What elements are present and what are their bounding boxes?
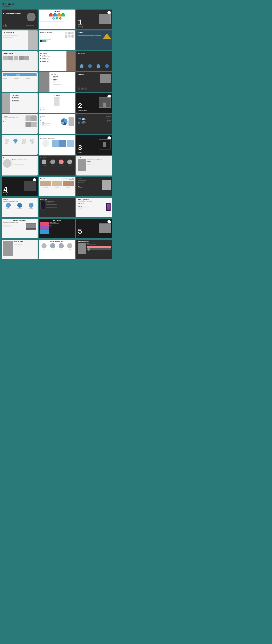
slide13-desc2: Description Here <box>12 100 28 102</box>
slide9-title: What We Do <box>78 53 85 54</box>
slide3-img <box>98 14 111 24</box>
slide-our-mission-2[interactable]: Our Mission Text Here Text Here Text Her… <box>39 93 75 113</box>
slide-problem-1[interactable]: Problem Almost before we knew it, we had… <box>2 114 38 134</box>
slide-summary[interactable]: 1 Summary <box>76 10 112 29</box>
slide26-products: Product Name Product Name Product Name <box>40 181 74 188</box>
slide31-title: Macbook App Features <box>3 220 36 221</box>
slide24-content: Almost before we knew it, we had left th… <box>78 159 111 171</box>
slide10-cols <box>3 78 36 80</box>
slide-company-history[interactable]: Company History Almost before we knew it… <box>2 51 38 71</box>
slide2-title: Company <box>40 10 74 12</box>
slide14-checks: Text Here Text Here Text Here <box>40 107 74 111</box>
slide-team-mgmt[interactable]: Our Management Team Name Position Name P… <box>39 240 75 259</box>
slide33-img <box>99 224 111 233</box>
slide6-boat <box>103 32 111 40</box>
slide2-lines <box>40 20 74 22</box>
app-subtitle: Presentation <box>2 6 112 8</box>
slide35-members: Name Position Name Position Name Positio… <box>40 243 74 250</box>
slide35-title: Our Management Team <box>40 241 74 242</box>
slide28-products: Product Name Product Name ✈ Product Name <box>3 203 36 209</box>
slide-mobile-feat[interactable]: Mobile App Features Almost before we kne… <box>76 198 112 217</box>
slide-solution-1[interactable]: Solution Solution 1 Solution 2 Solution … <box>2 135 38 154</box>
slide-company-overview[interactable]: Company Overview <box>2 72 38 92</box>
slide-team-members[interactable]: Our Team Members Angel Member <box>76 240 112 259</box>
slide-our-mission-1[interactable]: Our Mission Description Here Description… <box>2 93 38 113</box>
slide22-content: Almost before we knew it, we had left th… <box>3 159 36 168</box>
slide-pitch-deck[interactable]: Pitch Deck Presentation <box>2 10 38 29</box>
slide-problem-3[interactable]: Almost before we knew it, we had left th… <box>76 114 112 134</box>
slide7-labels: Sample Text Sample Text Sample Text Samp… <box>3 60 36 61</box>
slide-app-features[interactable]: App Features Sample Text Here Text Text <box>39 219 75 238</box>
slide30-title: Mobile App Features <box>78 199 111 200</box>
slide-service-number[interactable]: 3 Service <box>76 135 112 154</box>
slide21-frame <box>98 139 111 150</box>
slide-why-us[interactable]: Why Us? 1Cost Quality 2Technology 3Produ… <box>39 72 75 92</box>
slide18-title: Problem <box>106 116 111 117</box>
slide5-swatches <box>40 40 74 42</box>
slide1-lines <box>26 25 34 27</box>
slides-grid: Pitch Deck Presentation Company <box>2 10 112 259</box>
slide15-number: 2 <box>78 102 82 109</box>
slide-our-service-1[interactable]: Our Service Almost before we knew it, we… <box>2 156 38 176</box>
slide-about-company[interactable]: About Our Company Sample text <box>39 30 75 50</box>
slide17-pie <box>61 117 68 126</box>
slide-welcome-word[interactable]: Our Welcome Word <box>2 30 38 50</box>
slide21-number: 3 <box>78 144 82 151</box>
slide1-bars <box>3 24 7 27</box>
slide8-img <box>66 51 75 71</box>
slide2-houses <box>40 13 74 16</box>
slide18-sub: Almost before we knew it, we had left th… <box>78 116 111 116</box>
slide7-body: Almost before we knew it, we had left th… <box>3 54 36 55</box>
app-title: Pitch-Deck <box>2 3 112 6</box>
slide-our-services-3[interactable]: Our Services Almost before we knew it, w… <box>76 156 112 176</box>
slide29-content: Lorem ipsum consectetur Sample Text Samp… <box>40 201 74 210</box>
slide-product-3[interactable]: Product Almost before we knew it, we had… <box>2 198 38 217</box>
slide27-content: Lorem ipsum dolor sit amet 🔍 ⚙ 📦Model 2 <box>78 180 111 190</box>
slide8-values: Description Here Lorem ipsum dolor sit a… <box>40 54 66 63</box>
slide5-circles <box>65 32 74 38</box>
slide-product-1[interactable]: Product Almost before we knew it, we had… <box>39 177 75 196</box>
slide15-title: Problem & Solution <box>78 110 87 111</box>
slide31-sub: Almost before we knew it, we had left th… <box>3 222 36 223</box>
slide17-img <box>68 117 74 126</box>
slide33-deco <box>108 220 111 224</box>
slide-team-number[interactable]: 5 Team <box>76 219 112 238</box>
slide4-img <box>28 30 38 50</box>
slide-mobile-apps[interactable]: Mobile Apps Lorem ipsum consectetur Samp… <box>39 198 75 217</box>
slide30-content: Sample Text Here Sample Text You can als… <box>78 203 111 211</box>
slide2-icons: ● ● ● <box>40 17 74 20</box>
slide-our-values[interactable]: Our Values Description Here Lorem ipsum … <box>39 51 75 71</box>
slide13-img <box>2 93 10 113</box>
slide10-banner: Company Overview <box>3 73 36 76</box>
slide20-title: Solution <box>40 136 74 138</box>
slide11-items: 1Cost Quality 2Technology 3Products <box>51 76 74 85</box>
slide-macbook-app[interactable]: Macbook App Features Almost before we kn… <box>2 219 38 238</box>
slide3-title: Summary <box>78 26 83 28</box>
slide-ps-number[interactable]: 2 Problem & Solution <box>76 93 112 113</box>
slide33-number: 5 <box>78 228 82 235</box>
slide-solution-2[interactable]: Solution Almost before we knew it, we ha… <box>39 135 75 154</box>
slide21-title: Service <box>78 152 82 153</box>
slide-product-number[interactable]: 4 Product &Mockups <box>2 177 38 196</box>
slide12-btns: ⊕ ⊙ ↗ <box>78 88 87 90</box>
slide-problem-2[interactable]: Problem Problem 1 Problem 2 Problem 3 Pr… <box>39 114 75 134</box>
slide-what-we-do[interactable]: What We Do Lorem ipsum dolor sit amet, c… <box>76 51 112 71</box>
slide32-content: Sample Text Here Text Text <box>40 222 74 234</box>
slide32-title: App Features <box>40 220 74 221</box>
slide20-body: Almost before we knew it, we had left th… <box>40 138 74 139</box>
slide15-img <box>98 98 111 108</box>
slide-about-us[interactable]: About Us <box>76 30 112 50</box>
slide9-body: Lorem ipsum dolor sit amet, consectetur … <box>101 53 111 54</box>
slide-our-services-2[interactable]: Our Services Consulting Media Graphic De… <box>39 156 75 176</box>
slide14-title: Our Mission <box>40 94 74 96</box>
slide-our-vision[interactable]: Our Vision Almost before we knew it, we … <box>76 72 112 92</box>
slide-team-1[interactable]: Meet Our TEAM Almost before we knew it, … <box>2 240 38 259</box>
slide13-title: Our Mission <box>12 94 28 96</box>
slide1-circle <box>27 12 36 22</box>
slide1-title: Pitch Deck Presentation <box>3 12 20 14</box>
slide-product-2[interactable]: Product Lorem ipsum dolor sit amet 🔍 ⚙ 📦… <box>76 177 112 196</box>
slide11-title: Why Us? <box>51 74 74 75</box>
slide32-checks: Text Text <box>50 225 74 228</box>
slide25-img <box>24 181 36 191</box>
slide-company[interactable]: Company ● <box>39 10 75 29</box>
